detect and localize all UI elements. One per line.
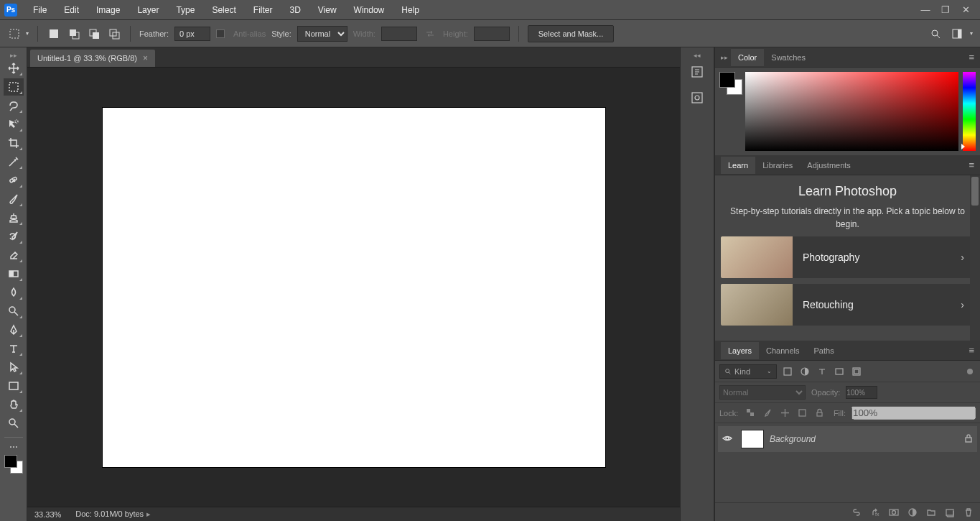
brush-tool[interactable] bbox=[4, 190, 24, 208]
dodge-tool[interactable] bbox=[4, 303, 24, 320]
document-tab[interactable]: Untitled-1 @ 33.3% (RGB/8) × bbox=[30, 50, 155, 67]
canvas[interactable] bbox=[103, 108, 605, 467]
menu-type[interactable]: Type bbox=[167, 2, 203, 18]
filter-pixel-icon[interactable] bbox=[781, 365, 794, 378]
clone-stamp-tool[interactable] bbox=[4, 209, 24, 226]
eraser-tool[interactable] bbox=[4, 246, 24, 264]
crop-tool[interactable] bbox=[4, 134, 24, 152]
layer-lock-icon[interactable] bbox=[964, 434, 973, 445]
panel-menu-icon[interactable]: ≡ bbox=[969, 160, 974, 170]
feather-input[interactable] bbox=[174, 27, 210, 41]
menu-file[interactable]: File bbox=[24, 2, 55, 18]
select-and-mask-button[interactable]: Select and Mask... bbox=[528, 25, 615, 42]
learn-card-photography[interactable]: Photography › bbox=[721, 236, 974, 278]
tab-adjustments[interactable]: Adjustments bbox=[800, 157, 858, 174]
tab-channels[interactable]: Channels bbox=[759, 342, 806, 359]
search-icon[interactable] bbox=[928, 27, 943, 41]
move-tool[interactable] bbox=[4, 60, 24, 77]
learn-scrollbar[interactable] bbox=[970, 175, 980, 341]
spot-heal-tool[interactable] bbox=[4, 172, 24, 189]
eyedropper-tool[interactable] bbox=[4, 153, 24, 170]
filter-type-icon[interactable] bbox=[816, 365, 829, 378]
tab-color[interactable]: Color bbox=[731, 49, 764, 66]
properties-panel-icon[interactable] bbox=[687, 88, 707, 108]
layer-mask-icon[interactable] bbox=[888, 507, 900, 518]
panel-menu-icon[interactable]: ≡ bbox=[969, 345, 974, 356]
tab-libraries[interactable]: Libraries bbox=[755, 157, 800, 174]
dock-collapse-handle-icon[interactable]: ◂◂ bbox=[694, 52, 701, 59]
foreground-color-swatch[interactable] bbox=[4, 455, 17, 468]
delete-layer-icon[interactable] bbox=[963, 507, 974, 518]
tab-swatches[interactable]: Swatches bbox=[764, 49, 813, 66]
filter-adjustment-icon[interactable] bbox=[798, 365, 811, 378]
layer-thumbnail[interactable] bbox=[741, 430, 764, 448]
rectangle-tool[interactable] bbox=[4, 377, 24, 395]
menu-3d[interactable]: 3D bbox=[281, 2, 309, 18]
hue-slider[interactable] bbox=[963, 72, 976, 151]
blur-tool[interactable] bbox=[4, 284, 24, 301]
zoom-tool[interactable] bbox=[4, 415, 24, 432]
history-brush-tool[interactable] bbox=[4, 228, 24, 245]
layer-group-icon[interactable] bbox=[925, 507, 937, 518]
adjustment-layer-icon[interactable] bbox=[907, 507, 918, 518]
menu-select[interactable]: Select bbox=[203, 2, 244, 18]
selection-intersect-icon[interactable] bbox=[107, 27, 121, 41]
panel-collapse-icon[interactable]: ▸▸ bbox=[721, 54, 728, 61]
menu-image[interactable]: Image bbox=[88, 2, 129, 18]
selection-new-icon[interactable] bbox=[47, 27, 61, 41]
menu-edit[interactable]: Edit bbox=[55, 2, 88, 18]
filter-shape-icon[interactable] bbox=[833, 365, 846, 378]
tool-preset-dropdown-icon[interactable]: ▾ bbox=[26, 30, 29, 37]
menu-window[interactable]: Window bbox=[345, 2, 393, 18]
menu-layer[interactable]: Layer bbox=[129, 2, 167, 18]
menu-view[interactable]: View bbox=[309, 2, 345, 18]
learn-card-retouching[interactable]: Retouching › bbox=[721, 284, 974, 326]
quick-select-tool[interactable] bbox=[4, 116, 24, 133]
link-layers-icon[interactable] bbox=[851, 507, 862, 518]
lock-transparency-icon[interactable] bbox=[744, 407, 757, 420]
gradient-tool[interactable] bbox=[4, 265, 24, 282]
workspace-switcher-icon[interactable] bbox=[950, 27, 964, 41]
tab-layers[interactable]: Layers bbox=[721, 342, 759, 359]
window-maximize-icon[interactable]: ❐ bbox=[935, 4, 956, 15]
marquee-tool-icon[interactable] bbox=[7, 27, 22, 41]
type-tool[interactable] bbox=[4, 340, 24, 357]
selection-subtract-icon[interactable] bbox=[87, 27, 101, 41]
lock-artboard-icon[interactable] bbox=[795, 407, 808, 420]
color-fg-swatch[interactable] bbox=[719, 72, 735, 88]
lock-image-icon[interactable] bbox=[761, 407, 774, 420]
tools-expand-handle-icon[interactable]: ▸▸ bbox=[10, 52, 17, 59]
menu-filter[interactable]: Filter bbox=[245, 2, 281, 18]
lock-position-icon[interactable] bbox=[778, 407, 791, 420]
layer-visibility-icon[interactable] bbox=[722, 433, 735, 446]
tab-learn[interactable]: Learn bbox=[721, 157, 755, 174]
marquee-tool[interactable] bbox=[4, 78, 24, 96]
doc-info[interactable]: Doc: 9.01M/0 bytes bbox=[75, 510, 144, 518]
hand-tool[interactable] bbox=[4, 396, 24, 413]
canvas-area[interactable] bbox=[27, 68, 680, 507]
filter-toggle-icon[interactable] bbox=[967, 369, 973, 374]
workspace-dropdown-icon[interactable]: ▾ bbox=[970, 30, 973, 37]
color-field[interactable] bbox=[745, 72, 958, 151]
panel-menu-icon[interactable]: ≡ bbox=[969, 52, 974, 63]
menu-help[interactable]: Help bbox=[393, 2, 428, 18]
layer-row[interactable]: Background bbox=[718, 426, 977, 452]
lock-all-icon[interactable] bbox=[813, 407, 826, 420]
path-select-tool[interactable] bbox=[4, 359, 24, 376]
filter-smart-icon[interactable] bbox=[850, 365, 863, 378]
style-select[interactable]: Normal bbox=[297, 26, 347, 42]
lasso-tool[interactable] bbox=[4, 97, 24, 114]
window-minimize-icon[interactable]: — bbox=[915, 4, 935, 15]
edit-toolbar-icon[interactable]: ⋯ bbox=[4, 441, 24, 453]
history-panel-icon[interactable] bbox=[687, 62, 707, 82]
doc-info-caret-icon[interactable]: ▸ bbox=[146, 510, 151, 518]
selection-add-icon[interactable] bbox=[67, 27, 81, 41]
pen-tool[interactable] bbox=[4, 321, 24, 338]
window-close-icon[interactable]: ✕ bbox=[956, 4, 976, 15]
tab-paths[interactable]: Paths bbox=[807, 342, 841, 359]
new-layer-icon[interactable] bbox=[944, 507, 956, 518]
layer-style-icon[interactable]: fx bbox=[869, 507, 881, 518]
layer-filter-kind[interactable]: Kind ⌄ bbox=[719, 364, 777, 379]
color-swatch-tool[interactable] bbox=[4, 455, 23, 474]
layer-name[interactable]: Background bbox=[770, 434, 816, 444]
